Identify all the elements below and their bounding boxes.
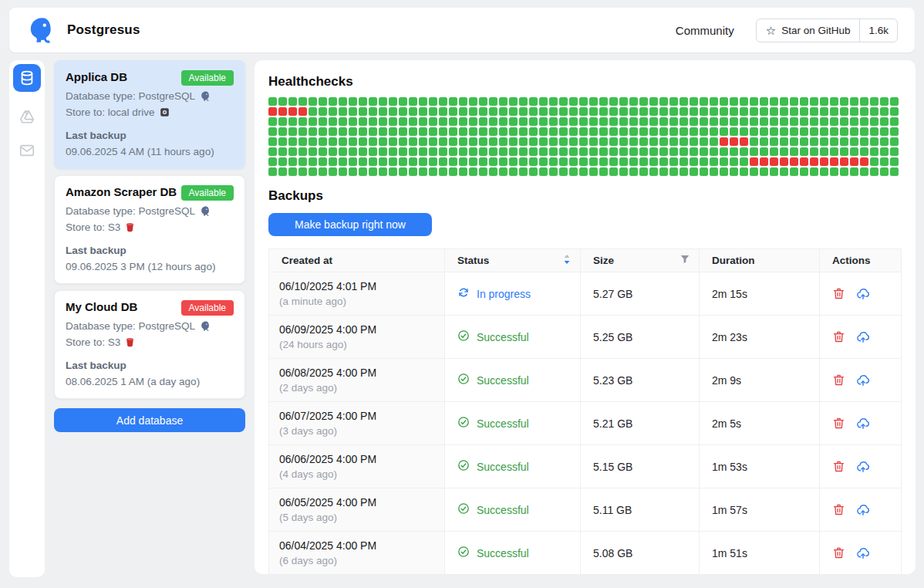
- healthcheck-cell: [479, 137, 487, 146]
- healthcheck-cell: [619, 97, 628, 106]
- healthcheck-cell: [619, 127, 628, 136]
- column-header-size[interactable]: Size: [581, 249, 700, 272]
- database-card[interactable]: Amazon Scraper DB Available Database typ…: [54, 175, 245, 284]
- healthcheck-cell: [339, 97, 347, 106]
- healthcheck-cell: [319, 107, 327, 116]
- sidebar-item-storage[interactable]: [18, 107, 36, 126]
- healthcheck-cell: [509, 107, 518, 116]
- restore-backup-icon[interactable]: [856, 287, 870, 301]
- healthcheck-cell: [730, 137, 738, 146]
- healthcheck-cell: [840, 157, 848, 166]
- healthcheck-cell: [389, 167, 397, 176]
- healthcheck-cell: [780, 157, 788, 166]
- delete-backup-icon[interactable]: [832, 287, 845, 300]
- sort-icon[interactable]: [563, 254, 571, 267]
- add-database-button[interactable]: Add database: [54, 408, 245, 432]
- healthcheck-cell: [399, 127, 407, 136]
- healthcheck-cell: [609, 107, 618, 116]
- healthcheck-cell: [519, 167, 528, 176]
- healthcheck-cell: [549, 127, 558, 136]
- healthcheck-cell: [309, 167, 317, 176]
- healthcheck-cell: [349, 127, 357, 136]
- sidebar-item-notifications[interactable]: [18, 141, 36, 160]
- healthcheck-cell: [860, 97, 868, 106]
- healthcheck-cell: [479, 117, 487, 126]
- database-list: Applica DB Available Database type: Post…: [54, 60, 245, 432]
- healthcheck-cell: [850, 117, 858, 126]
- healthcheck-cell: [549, 157, 558, 166]
- healthcheck-cell: [840, 97, 848, 106]
- database-card[interactable]: My Cloud DB Available Database type: Pos…: [54, 290, 245, 399]
- backup-duration: 1m 51s: [700, 532, 820, 575]
- healthcheck-cell: [339, 127, 347, 136]
- healthcheck-cell: [298, 167, 307, 176]
- backup-size: 5.25 GB: [581, 316, 700, 359]
- healthcheck-cell: [710, 167, 718, 176]
- sidebar-item-databases[interactable]: [13, 64, 41, 92]
- healthcheck-cell: [790, 127, 798, 136]
- healthcheck-cell: [770, 97, 778, 106]
- healthcheck-cell: [529, 97, 538, 106]
- make-backup-button[interactable]: Make backup right now: [268, 213, 432, 236]
- healthcheck-cell: [499, 137, 508, 146]
- database-card[interactable]: Applica DB Available Database type: Post…: [54, 60, 245, 169]
- healthcheck-cell: [298, 157, 307, 166]
- backup-created-at: 06/09/2025 4:00 PM: [279, 323, 432, 336]
- healthcheck-cell: [680, 107, 688, 116]
- delete-backup-icon[interactable]: [832, 546, 845, 559]
- healthcheck-cell: [850, 137, 858, 146]
- mail-icon: [19, 142, 35, 159]
- healthcheck-cell: [629, 137, 638, 146]
- backup-created-at: 06/06/2025 4:00 PM: [279, 453, 432, 465]
- delete-backup-icon[interactable]: [832, 330, 845, 343]
- delete-backup-icon[interactable]: [832, 503, 845, 516]
- backup-duration: 1m 57s: [700, 488, 820, 532]
- healthcheck-cell: [599, 117, 608, 126]
- community-link[interactable]: Community: [676, 24, 734, 37]
- delete-backup-icon[interactable]: [832, 417, 845, 430]
- healthcheck-cell: [429, 167, 437, 176]
- healthcheck-cell: [309, 107, 317, 116]
- healthcheck-cell: [860, 147, 868, 156]
- healthcheck-cell: [609, 127, 618, 136]
- healthcheck-cell: [589, 117, 598, 126]
- healthcheck-cell: [730, 127, 738, 136]
- healthcheck-cell: [629, 167, 638, 176]
- healthcheck-cell: [399, 97, 407, 106]
- healthcheck-cell: [780, 97, 788, 106]
- healthcheck-cell: [760, 157, 768, 166]
- github-star-button[interactable]: ☆ Star on GitHub 1.6k: [756, 19, 898, 42]
- healthcheck-cell: [629, 97, 638, 106]
- restore-backup-icon[interactable]: [856, 373, 870, 387]
- healthcheck-cell: [519, 117, 528, 126]
- healthcheck-cell: [509, 127, 518, 136]
- database-type-label: Database type: PostgreSQL: [66, 320, 195, 332]
- healthcheck-cell: [579, 127, 588, 136]
- delete-backup-icon[interactable]: [832, 373, 845, 387]
- healthcheck-cell: [810, 97, 818, 106]
- restore-backup-icon[interactable]: [856, 546, 870, 560]
- delete-backup-icon[interactable]: [832, 460, 845, 473]
- healthcheck-cell: [700, 157, 708, 166]
- healthcheck-cell: [369, 117, 377, 126]
- healthcheck-cell: [419, 157, 427, 166]
- healthcheck-cell: [449, 167, 457, 176]
- restore-backup-icon[interactable]: [856, 460, 870, 474]
- healthcheck-cell: [389, 137, 397, 146]
- healthcheck-cell: [349, 107, 357, 116]
- healthcheck-cell: [880, 107, 889, 116]
- healthcheck-cell: [549, 147, 558, 156]
- healthcheck-cell: [529, 107, 538, 116]
- github-star-label: Star on GitHub: [781, 25, 850, 36]
- filter-icon[interactable]: [680, 255, 690, 266]
- healthcheck-cell: [780, 117, 788, 126]
- healthcheck-cell: [499, 107, 508, 116]
- healthcheck-cell: [710, 107, 718, 116]
- backup-created-ago: (24 hours ago): [279, 339, 432, 350]
- restore-backup-icon[interactable]: [856, 417, 870, 431]
- restore-backup-icon[interactable]: [856, 503, 870, 517]
- restore-backup-icon[interactable]: [856, 330, 870, 344]
- column-header-status[interactable]: Status: [445, 249, 581, 272]
- healthcheck-cell: [399, 107, 407, 116]
- healthcheck-cell: [710, 117, 718, 126]
